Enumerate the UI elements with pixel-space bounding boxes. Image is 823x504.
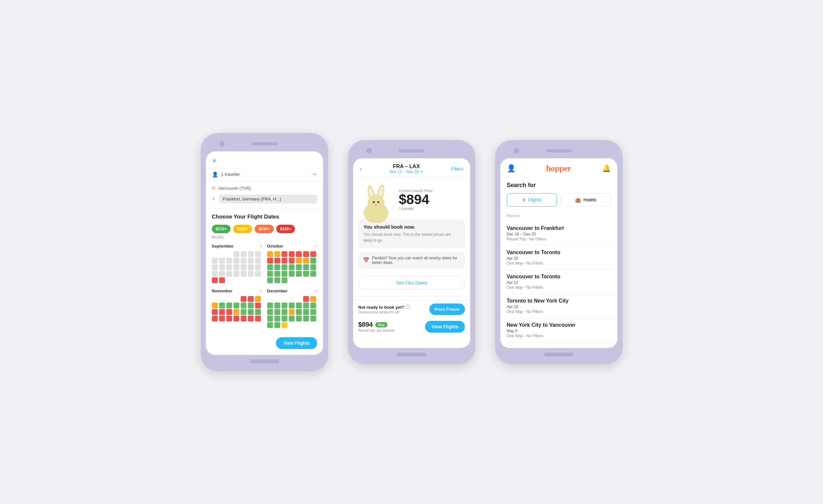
phone-3-top <box>500 148 617 158</box>
hotels-label: Hotels <box>583 197 597 202</box>
speaker-3 <box>546 149 572 152</box>
recent-item-3[interactable]: Toronto to New York City Apr 28 One Way … <box>500 294 617 318</box>
currency-label: $(CAD) <box>212 235 317 239</box>
recent-date-2: Apr 21 <box>507 280 611 285</box>
notification-button[interactable]: 🔔 <box>602 164 611 173</box>
svg-point-8 <box>375 204 377 205</box>
back-button[interactable]: ‹ <box>360 165 362 172</box>
bunny-svg <box>360 183 392 223</box>
book-now-section: You should book now. You should book now… <box>358 219 465 248</box>
recent-date-3: Apr 28 <box>507 305 611 309</box>
flex-icon: 📅 <box>363 257 369 263</box>
phone-2-bottom <box>353 348 470 356</box>
plane-icon: ✈ <box>212 196 216 201</box>
buy-badge: Buy <box>375 322 387 327</box>
destination-label: Frankfurt, Germany (FRA, H...) <box>219 195 317 203</box>
cal-november: November › <box>212 289 262 328</box>
origin-row[interactable]: Vancouver (YVR) <box>212 184 317 193</box>
flex-banner: 📅 Flexible? Now you can watch all nearby… <box>358 252 465 269</box>
legend-240[interactable]: $240+ <box>276 225 295 233</box>
recent-item-1[interactable]: Vancouver to Toronto Apr 20 One Way - No… <box>500 245 617 270</box>
sep-grid <box>212 251 262 283</box>
phone-3: 👤 hopper 🔔 Search for ✈ Flights 🏨 Hotels <box>495 140 623 364</box>
legend-220[interactable]: $220+ <box>233 225 252 233</box>
dec-label: December <box>267 289 288 293</box>
price-info: Current Lowest Price: $894 / traveler <box>399 189 464 211</box>
recent-filters-4: One Way - No Filters <box>507 334 611 338</box>
home-bar-1 <box>250 359 279 363</box>
hotels-button[interactable]: 🏨 Hotels <box>561 193 611 207</box>
recent-item-4[interactable]: New York City to Vancouver May 6 One Way… <box>500 318 617 342</box>
recent-from-to-4: New York City to Vancouver <box>507 322 611 328</box>
nov-nav[interactable]: › <box>261 289 262 293</box>
plane-icon: ✈ <box>522 197 526 203</box>
not-ready-label: Not ready to book yet? <box>358 305 404 310</box>
cal-october: October › <box>267 244 317 283</box>
route-title: FRA – LAX <box>389 164 423 169</box>
oct-label: October <box>267 244 284 248</box>
hopper-logo: hopper <box>546 164 571 173</box>
home-bar-2 <box>397 353 427 356</box>
recent-from-to-1: Vancouver to Toronto <box>507 249 611 256</box>
p3-header: 👤 hopper 🔔 <box>500 158 617 179</box>
traveler-icon: 👤 <box>212 171 218 178</box>
p2-header: ‹ FRA – LAX Nov 11 – Nov 22 ✏ Filters <box>353 158 470 177</box>
dec-nav[interactable]: › <box>316 289 317 293</box>
traveler-row[interactable]: 👤 1 traveler ✏ <box>206 168 323 181</box>
profile-icon[interactable]: 👤 <box>507 164 516 173</box>
camera-1 <box>219 141 225 147</box>
see-flex-dates-button[interactable]: See Flex Dates <box>358 276 465 290</box>
book-now-desc: You should book now. This is the lowest … <box>364 231 460 243</box>
recent-items-list: Vancouver to Frankfurt Dec 16 – Dec 25 R… <box>500 221 617 342</box>
recent-item-0[interactable]: Vancouver to Frankfurt Dec 16 – Dec 25 R… <box>500 221 617 245</box>
recent-item-2[interactable]: Vancouver to Toronto Apr 21 One Way - No… <box>500 270 617 294</box>
recent-filters-0: Round Trip - No Filters <box>507 237 611 241</box>
search-label: Search for <box>507 182 611 189</box>
view-flights-button-2[interactable]: View Flights <box>425 321 465 333</box>
oct-grid <box>267 251 317 283</box>
dates-title: Choose Your Flight Dates <box>212 213 317 220</box>
legend-210[interactable]: $210+ <box>212 225 231 233</box>
recent-date-0: Dec 16 – Dec 25 <box>507 232 611 236</box>
flight-dates: Nov 11 – Nov 22 ✏ <box>389 169 423 174</box>
sep-nav[interactable]: › <box>261 244 262 248</box>
buy-bar: $894 Buy Round trip, per traveler View F… <box>353 318 470 337</box>
view-flights-section: View Flights <box>206 333 323 355</box>
oct-nav[interactable]: › <box>316 244 317 248</box>
calendars-grid: September › <box>212 244 317 328</box>
price-freeze-section: Not ready to book yet? ⓘ Freeze price wh… <box>353 300 470 318</box>
freeze-desc: Freeze price where it's at! <box>358 310 410 314</box>
filters-button[interactable]: Filters <box>451 166 463 171</box>
close-button[interactable]: ✕ <box>212 157 217 165</box>
svg-point-6 <box>373 201 375 203</box>
recent-date-1: Apr 20 <box>507 256 611 261</box>
price-amount: $894 <box>399 193 464 206</box>
date-picker-section: Choose Your Flight Dates $210+ $220+ $23… <box>206 208 323 333</box>
book-now-title: You should book now. <box>364 224 460 229</box>
buy-amount: $894 <box>358 321 373 328</box>
freeze-content: Not ready to book yet? ⓘ Freeze price wh… <box>358 304 410 314</box>
bunny-mascot <box>360 183 392 216</box>
phone-2: ‹ FRA – LAX Nov 11 – Nov 22 ✏ Filters <box>348 140 475 364</box>
flights-button[interactable]: ✈ Flights <box>507 193 557 207</box>
edit-dates-icon[interactable]: ✏ <box>420 169 423 174</box>
flights-label: Flights <box>528 197 541 202</box>
recent-from-to-0: Vancouver to Frankfurt <box>507 225 611 231</box>
origin-label: Vancouver (YVR) <box>218 186 251 191</box>
traveler-text: 1 traveler <box>221 172 311 177</box>
per-traveler-label: / traveler <box>399 206 464 211</box>
recent-filters-3: One Way - No Filters <box>507 309 611 314</box>
camera-2 <box>366 148 372 154</box>
destination-row[interactable]: ✈ Frankfurt, Germany (FRA, H...) <box>212 193 317 205</box>
hotel-icon: 🏨 <box>575 197 582 203</box>
home-bar-3 <box>544 353 573 356</box>
view-flights-button[interactable]: View Flights <box>276 337 317 349</box>
divider <box>353 296 470 297</box>
route-info: FRA – LAX Nov 11 – Nov 22 ✏ <box>389 164 423 174</box>
phone-2-screen: ‹ FRA – LAX Nov 11 – Nov 22 ✏ Filters <box>353 158 470 348</box>
edit-traveler-icon[interactable]: ✏ <box>313 172 317 177</box>
svg-point-5 <box>367 195 384 212</box>
info-icon[interactable]: ⓘ <box>405 304 410 310</box>
legend-230[interactable]: $230+ <box>255 225 274 233</box>
price-freeze-button[interactable]: Price Freeze <box>429 304 465 315</box>
